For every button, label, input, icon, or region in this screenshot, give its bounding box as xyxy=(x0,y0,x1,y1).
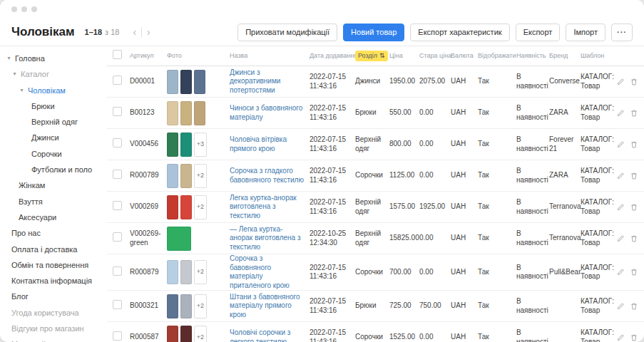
sidebar-item-чоловікам[interactable]: ▾ Чоловікам xyxy=(0,83,107,98)
sidebar-item-взуття[interactable]: Взуття xyxy=(0,194,107,209)
row-checkbox[interactable] xyxy=(113,138,122,147)
cell-actions xyxy=(618,203,638,212)
sidebar-item-оплата-і-доставка[interactable]: Оплата і доставка xyxy=(0,242,107,257)
sidebar-item-обмін-та-повернення[interactable]: Обмін та повернення xyxy=(0,257,107,273)
edit-button[interactable] xyxy=(616,302,625,311)
row-checkbox[interactable] xyxy=(113,201,122,210)
row-checkbox[interactable] xyxy=(113,76,122,85)
row-checkbox[interactable] xyxy=(113,232,122,242)
cell-old-price: 2075.00 xyxy=(419,77,451,86)
delete-button[interactable] xyxy=(630,333,638,342)
column-header-currency[interactable]: Валюта xyxy=(451,52,478,60)
sidebar-item-головна[interactable]: ▾ Головна xyxy=(0,51,107,66)
more-photos-badge[interactable]: +2 xyxy=(194,195,207,219)
product-photo xyxy=(180,195,192,219)
cell-actions xyxy=(618,140,638,149)
column-header-sku[interactable]: Артикул xyxy=(130,52,167,60)
edit-button[interactable] xyxy=(616,172,625,180)
product-photo xyxy=(167,195,178,219)
product-photo xyxy=(180,133,192,157)
product-link[interactable]: Чоловічі сорочки з легкого текстилю xyxy=(230,328,290,342)
delete-button[interactable] xyxy=(630,234,638,243)
product-link[interactable]: Сорочка з бавовняного матеріалу притален… xyxy=(230,254,290,289)
cell-sku: V000269-green xyxy=(130,229,167,247)
export-characteristics-button[interactable]: Експорт характеристик xyxy=(410,24,509,41)
more-photos-badge[interactable]: +2 xyxy=(194,326,207,342)
delete-button[interactable] xyxy=(630,268,638,276)
more-photos-badge[interactable]: +2 xyxy=(194,260,207,284)
more-photos-badge[interactable]: +2 xyxy=(194,294,207,318)
delete-button[interactable] xyxy=(630,140,638,149)
product-link[interactable]: Чиноси з бавовняного матеріалу xyxy=(230,104,302,121)
product-link[interactable]: Чоловіча вітрівка прямого крою xyxy=(230,135,287,152)
cell-price: 1125.00 xyxy=(389,171,419,180)
sidebar-item-джинси[interactable]: Джинси xyxy=(0,130,107,145)
row-checkbox[interactable] xyxy=(113,266,122,276)
row-checkbox[interactable] xyxy=(113,331,122,341)
product-link[interactable]: Сорочка з гладкого бавовняного текстилю xyxy=(230,167,304,184)
pagination-prev-button[interactable]: ‹ xyxy=(128,27,141,37)
cell-date-added: 2022-10-25 12:34:30 xyxy=(310,229,355,247)
new-product-button[interactable]: Новий товар xyxy=(343,24,404,41)
export-button[interactable]: Експорт xyxy=(516,24,561,41)
select-all-checkbox[interactable] xyxy=(113,50,122,59)
sidebar-item-сорочки[interactable]: Сорочки xyxy=(0,146,107,162)
cell-price: 1525.00 xyxy=(389,333,419,342)
edit-button[interactable] xyxy=(616,78,625,86)
row-checkbox[interactable] xyxy=(113,300,122,309)
more-photos-badge[interactable]: +2 xyxy=(194,164,207,188)
sidebar-item-жінкам[interactable]: Жінкам xyxy=(0,177,107,193)
sidebar-item-мапа-сайту[interactable]: Мапа сайту xyxy=(0,336,107,342)
edit-button[interactable] xyxy=(616,234,625,243)
sidebar-item-блог[interactable]: Блог xyxy=(0,289,107,304)
more-photos-badge[interactable]: +3 xyxy=(194,133,207,157)
column-header-availability[interactable]: Наявність xyxy=(516,52,549,60)
sorted-column-chip[interactable]: Розділ ⇅ xyxy=(355,51,388,61)
more-actions-button[interactable]: ··· xyxy=(611,24,633,41)
cell-date-added: 2022-07-15 11:43:16 xyxy=(310,104,355,122)
row-checkbox[interactable] xyxy=(113,107,122,116)
column-header-display[interactable]: Відображати xyxy=(478,52,516,60)
column-header-template[interactable]: Шаблон xyxy=(581,52,618,60)
sidebar-item-верхній-одяг[interactable]: Верхній одяг xyxy=(0,114,107,130)
sidebar-item-про-нас[interactable]: Про нас xyxy=(0,225,107,241)
column-header-old-price[interactable]: Стара ціна xyxy=(419,52,451,60)
edit-button[interactable] xyxy=(616,268,625,276)
product-link[interactable]: Джинси з декоративними потертостями xyxy=(230,68,280,94)
sidebar-item-каталог[interactable]: ▾ Каталог xyxy=(0,66,107,82)
delete-button[interactable] xyxy=(630,172,638,180)
column-header-date-added[interactable]: Дата додавання xyxy=(310,52,355,60)
edit-button[interactable] xyxy=(616,140,625,149)
row-checkbox[interactable] xyxy=(113,170,122,179)
column-header-price[interactable]: Ціна xyxy=(389,52,419,60)
sidebar-item-контактна-інформація[interactable]: Контактна інформація xyxy=(0,273,107,289)
sidebar-item-label: Взуття xyxy=(19,197,43,207)
sidebar-item-брюки[interactable]: Брюки xyxy=(0,98,107,114)
table-body: D00001 Джинси з декоративними потертостя… xyxy=(107,66,644,342)
cell-section: Верхній одяг xyxy=(355,198,389,216)
import-button[interactable]: Імпорт xyxy=(566,24,605,41)
sidebar-item-відгуки-про-магазин[interactable]: Відгуки про магазин xyxy=(0,321,107,336)
hide-modifications-button[interactable]: Приховати модифікації xyxy=(237,24,337,41)
column-header-name[interactable]: Назва xyxy=(230,52,310,60)
edit-button[interactable] xyxy=(616,203,625,212)
edit-button[interactable] xyxy=(616,109,625,118)
column-header-brand[interactable]: Бренд xyxy=(549,52,581,60)
table-row: R000587 +2 Чоловічі сорочки з легкого те… xyxy=(107,322,644,342)
sidebar-item-label: Аксесуари xyxy=(19,212,56,222)
sidebar-item-футболки-и-поло[interactable]: Футболки и поло xyxy=(0,162,107,177)
edit-button[interactable] xyxy=(616,333,625,342)
pagination-next-button[interactable]: › xyxy=(142,27,155,37)
delete-button[interactable] xyxy=(630,78,638,86)
delete-button[interactable] xyxy=(630,302,638,311)
delete-button[interactable] xyxy=(630,203,638,212)
product-link[interactable]: Легка куртка-анорак виготовлена з тексти… xyxy=(230,194,297,219)
cell-section: Джинси xyxy=(355,77,389,86)
delete-button[interactable] xyxy=(630,109,638,118)
sidebar-item-аксесуари[interactable]: Аксесуари xyxy=(0,209,107,225)
cell-price: 700.00 xyxy=(389,268,419,277)
product-link[interactable]: — Легка куртка-анорак виготовлена з текс… xyxy=(230,225,301,251)
product-link[interactable]: Штани з бавовняного матеріалу прямого кр… xyxy=(230,293,300,318)
table-row: V000456 +3 Чоловіча вітрівка прямого кро… xyxy=(107,129,644,160)
sidebar-item-угода-користувача[interactable]: Угода користувача xyxy=(0,305,107,321)
